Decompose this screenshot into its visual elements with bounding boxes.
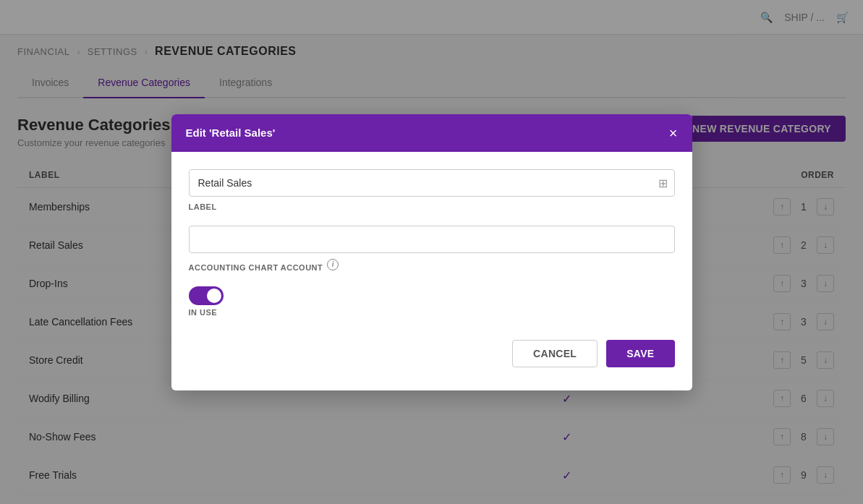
in-use-toggle[interactable] [189, 286, 224, 305]
in-use-toggle-wrapper: IN USE [189, 286, 675, 317]
accounting-form-group: ACCOUNTING CHART ACCOUNT i [189, 226, 675, 272]
modal-footer: CANCEL SAVE [189, 328, 675, 367]
info-icon[interactable]: i [327, 259, 339, 270]
toggle-slider [189, 286, 224, 305]
label-input-icon: ⊞ [658, 176, 668, 189]
modal-close-button[interactable]: × [669, 126, 678, 140]
accounting-label-wrapper: ACCOUNTING CHART ACCOUNT i [189, 257, 675, 272]
label-field-label: LABEL [189, 202, 675, 211]
cancel-button[interactable]: CANCEL [512, 340, 598, 367]
in-use-label: IN USE [189, 308, 675, 317]
modal-body: ⊞ LABEL ACCOUNTING CHART ACCOUNT i IN US… [171, 152, 692, 390]
accounting-field-label: ACCOUNTING CHART ACCOUNT [189, 263, 323, 272]
modal-overlay: Edit 'Retail Sales' × ⊞ LABEL ACCOUNTING… [0, 0, 863, 495]
modal-header: Edit 'Retail Sales' × [171, 114, 692, 152]
save-button[interactable]: SAVE [606, 340, 674, 367]
label-input-wrapper: ⊞ [189, 169, 675, 197]
modal-title: Edit 'Retail Sales' [186, 127, 276, 139]
accounting-input[interactable] [189, 226, 675, 253]
label-input[interactable] [189, 169, 675, 197]
label-form-group: ⊞ LABEL [189, 169, 675, 211]
edit-modal: Edit 'Retail Sales' × ⊞ LABEL ACCOUNTING… [171, 114, 692, 390]
